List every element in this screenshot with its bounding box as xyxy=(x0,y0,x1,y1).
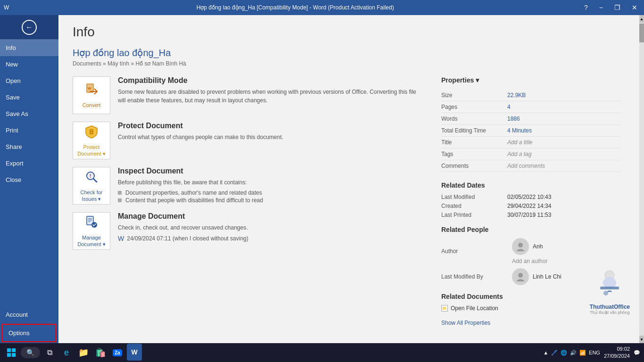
title-bar-controls: ? − ❐ ✕ xyxy=(581,3,640,12)
taskbar-search-box[interactable]: 🔍 xyxy=(21,347,40,358)
prop-value-title[interactable]: Add a title xyxy=(507,137,620,148)
sidebar-item-close[interactable]: Close xyxy=(0,172,58,188)
properties-dropdown-icon[interactable]: ▾ xyxy=(476,76,479,84)
manage-button[interactable]: ManageDocument ▾ xyxy=(73,212,110,250)
compatibility-text: Compatibility Mode Some new features are… xyxy=(118,76,422,114)
prop-label-tags: Tags xyxy=(441,148,507,160)
prop-row-words: Words 1886 xyxy=(441,113,620,125)
author-avatar xyxy=(512,238,529,255)
minimize-button[interactable]: − xyxy=(596,3,606,12)
sidebar-item-export[interactable]: Export xyxy=(0,155,58,172)
word-button[interactable]: W xyxy=(127,345,142,360)
inspect-button[interactable]: ! Check forIssues ▾ xyxy=(73,167,110,205)
scroll-up-arrow[interactable]: ▲ xyxy=(639,15,644,23)
sidebar-item-account[interactable]: Account xyxy=(0,306,58,323)
protect-icon xyxy=(84,124,99,142)
zalo-button[interactable]: Za xyxy=(110,345,125,360)
store-button[interactable]: 🛍️ xyxy=(93,345,108,360)
protect-section: ProtectDocument ▾ Protect Document Contr… xyxy=(73,122,422,159)
sidebar-item-label: Close xyxy=(6,176,21,183)
manage-text: Manage Document Check in, check out, and… xyxy=(118,212,422,250)
prop-label-title: Title xyxy=(441,137,507,148)
sidebar-item-open[interactable]: Open xyxy=(0,73,58,89)
scrollbar[interactable]: ▲ ▼ xyxy=(639,15,644,343)
sidebar-item-options[interactable]: Options xyxy=(2,324,57,342)
edge-browser-button[interactable]: e xyxy=(59,345,74,360)
sidebar-item-print[interactable]: Print xyxy=(0,122,58,139)
manage-detail-text: 24/09/2024 07:11 (when I closed without … xyxy=(127,235,248,242)
prop-value-words[interactable]: 1886 xyxy=(507,113,620,125)
prop-row-comments: Comments Add comments xyxy=(441,160,620,172)
prop-row-editing-time: Total Editing Time 4 Minutes xyxy=(441,125,620,137)
taskbar-right: ▲ 🖊️ 🌐 🔊 📶 ENG 09:02 27/09/2024 💬 xyxy=(543,346,640,360)
sidebar-item-label: Info xyxy=(6,44,16,51)
last-modified-label: Last Modified xyxy=(441,194,507,200)
inspect-label: Check forIssues ▾ xyxy=(80,189,102,202)
scroll-thumb[interactable] xyxy=(639,24,644,42)
logo-tagline: Thủ thuật văn phòng xyxy=(590,310,630,315)
sidebar-item-new[interactable]: New xyxy=(0,56,58,73)
volume-icon[interactable]: 🔊 xyxy=(570,350,577,356)
prop-label-pages: Pages xyxy=(441,101,507,113)
manage-heading: Manage Document xyxy=(118,212,422,221)
convert-icon: W xyxy=(84,82,99,100)
language-indicator[interactable]: ENG xyxy=(589,350,600,355)
prop-label-comments: Comments xyxy=(441,160,507,172)
main-content: Info Hợp đồng lao động_Ha Documents » Má… xyxy=(58,15,639,343)
sidebar-item-share[interactable]: Share xyxy=(0,139,58,155)
svg-point-15 xyxy=(518,273,523,278)
help-button[interactable]: ? xyxy=(581,3,591,12)
logo-text: ThuthuatOffice xyxy=(590,304,630,310)
title-bar-left: W xyxy=(4,4,9,11)
add-author-link[interactable]: Add an author xyxy=(512,258,547,264)
inspect-text: Inspect Document Before publishing this … xyxy=(118,167,422,205)
task-view-button[interactable]: ⧉ xyxy=(42,345,57,360)
prop-value-editing-time[interactable]: 4 Minutes xyxy=(507,125,620,137)
last-printed-value: 30/07/2019 11:53 xyxy=(507,212,551,218)
show-all-properties-link[interactable]: Show All Properties xyxy=(441,320,490,326)
author-row-inner: Anh xyxy=(512,238,547,255)
system-tray-arrow[interactable]: ▲ xyxy=(543,350,548,355)
network-icon: 🌐 xyxy=(561,350,567,356)
back-arrow-icon: ← xyxy=(25,23,33,32)
inspect-detail-1: Document properties, author's name and r… xyxy=(118,189,422,196)
back-button[interactable]: ← xyxy=(0,15,58,40)
related-dates-title: Related Dates xyxy=(441,181,620,189)
date-display: 27/09/2024 xyxy=(604,353,630,360)
word-file-icon: W xyxy=(118,235,124,242)
compatibility-heading: Compatibility Mode xyxy=(118,76,422,85)
manage-detail: W 24/09/2024 07:11 (when I closed withou… xyxy=(118,235,422,242)
clock[interactable]: 09:02 27/09/2024 xyxy=(604,346,630,360)
notification-button[interactable]: 💬 xyxy=(634,350,640,356)
maximize-button[interactable]: ❐ xyxy=(611,3,623,12)
properties-table: Size 22.9KB Pages 4 Words 1886 Total E xyxy=(441,90,620,172)
last-modified-by-info: Linh Le Chi xyxy=(512,268,561,285)
sidebar-item-label: Save As xyxy=(6,110,28,117)
protect-label: ProtectDocument ▾ xyxy=(77,144,105,156)
manage-section: ManageDocument ▾ Manage Document Check i… xyxy=(73,212,422,250)
inspect-desc: Before publishing this file, be aware th… xyxy=(118,178,422,187)
prop-value-size[interactable]: 22.9KB xyxy=(507,90,620,101)
close-button[interactable]: ✕ xyxy=(629,3,640,12)
prop-value-pages[interactable]: 4 xyxy=(507,101,620,113)
protect-button[interactable]: ProtectDocument ▾ xyxy=(73,122,110,159)
convert-button[interactable]: W Convert xyxy=(73,76,110,114)
wifi-icon[interactable]: 📶 xyxy=(579,350,586,356)
prop-value-tags[interactable]: Add a tag xyxy=(507,148,620,160)
prop-value-comments[interactable]: Add comments xyxy=(507,160,620,172)
svg-point-19 xyxy=(603,291,608,296)
scroll-down-arrow[interactable]: ▼ xyxy=(639,336,644,343)
sidebar-item-label: Export xyxy=(6,160,24,167)
prop-row-title: Title Add a title xyxy=(441,137,620,148)
sidebar-item-save-as[interactable]: Save As xyxy=(0,106,58,122)
app-icon: W xyxy=(4,4,9,11)
sidebar-item-info[interactable]: Info xyxy=(0,40,58,56)
search-icon: 🔍 xyxy=(26,349,34,356)
sidebar-item-save[interactable]: Save xyxy=(0,89,58,106)
last-printed-label: Last Printed xyxy=(441,212,507,218)
svg-rect-23 xyxy=(12,353,16,357)
prop-label-words: Words xyxy=(441,113,507,125)
start-button[interactable] xyxy=(4,345,19,360)
file-explorer-button[interactable]: 📁 xyxy=(76,345,91,360)
protect-desc: Control what types of changes people can… xyxy=(118,133,422,141)
